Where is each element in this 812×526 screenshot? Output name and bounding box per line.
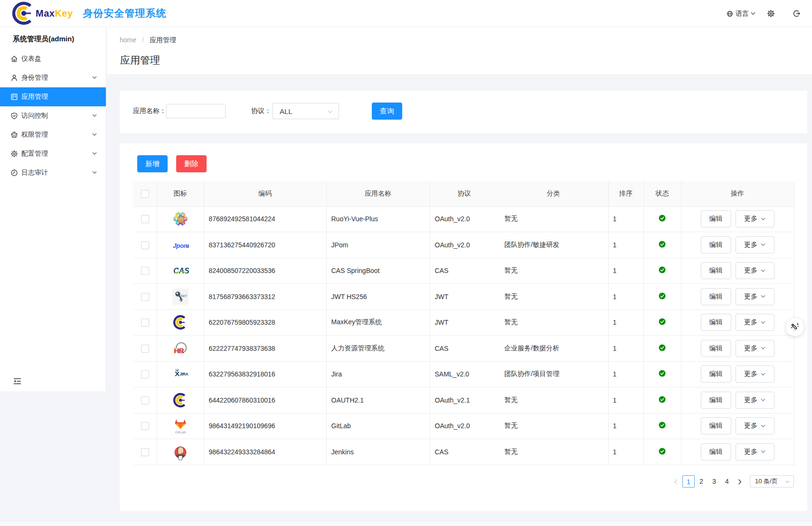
sidebar-item-4[interactable]: 权限管理 xyxy=(0,125,106,144)
app-icon-cell: Jpom xyxy=(157,232,204,258)
edit-button[interactable]: 编辑 xyxy=(701,392,731,409)
svg-text:Jpom: Jpom xyxy=(173,242,189,249)
sidebar-item-5[interactable]: 配置管理 xyxy=(0,144,106,163)
more-button[interactable]: 更多 xyxy=(736,417,774,434)
app-code: 622076759805923328 xyxy=(204,310,326,336)
row-checkbox[interactable] xyxy=(141,396,149,404)
app-protocol: JWT xyxy=(430,310,499,336)
edit-button[interactable]: 编辑 xyxy=(701,314,731,331)
app-category: 团队协作/项目管理 xyxy=(499,361,608,387)
edit-button[interactable]: 编辑 xyxy=(701,288,731,305)
edit-button[interactable]: 编辑 xyxy=(701,366,731,383)
settings-icon[interactable] xyxy=(767,9,775,18)
clock-icon xyxy=(10,169,18,177)
row-checkbox[interactable] xyxy=(141,448,149,456)
gem-icon xyxy=(10,131,18,139)
edit-button[interactable]: 编辑 xyxy=(701,210,731,227)
more-button[interactable]: 更多 xyxy=(736,366,774,383)
maxkey-c-icon xyxy=(172,392,189,409)
app-name: CAS SpringBoot xyxy=(326,258,430,284)
app-code: 622227747938373638 xyxy=(204,336,326,362)
language-menu[interactable]: 语言 xyxy=(727,9,755,18)
row-checkbox[interactable] xyxy=(141,370,149,378)
app-category: 暂无 xyxy=(499,439,608,465)
app-sort: 1 xyxy=(608,258,643,284)
edit-button[interactable]: 编辑 xyxy=(701,236,731,254)
menu-fold-icon[interactable] xyxy=(13,377,21,385)
app-name: OAUTH2.1 xyxy=(326,387,430,413)
app-status xyxy=(643,232,681,258)
app-icon-cell: JWT xyxy=(157,284,204,310)
status-enabled-icon xyxy=(659,241,666,248)
search-button[interactable]: 查询 xyxy=(372,103,402,120)
page-size-select[interactable]: 10 条/页 xyxy=(750,475,794,488)
col-name: 应用名称 xyxy=(326,181,430,206)
app-code: 824008507220033536 xyxy=(204,258,326,284)
table-row: Jpom 837136275440926720JPomOAuth_v2.0团队协… xyxy=(133,232,794,258)
svg-text:HR: HR xyxy=(174,347,184,355)
more-button[interactable]: 更多 xyxy=(736,262,774,279)
table-row: JIRA 632279563832918016JiraSAML_v2.0团队协作… xyxy=(133,361,794,387)
row-checkbox[interactable] xyxy=(141,422,149,430)
edit-button[interactable]: 编辑 xyxy=(701,262,731,279)
more-button[interactable]: 更多 xyxy=(736,288,774,305)
pagination: 1234 10 条/页 xyxy=(670,475,794,488)
app-icon-cell xyxy=(157,387,204,413)
row-checkbox[interactable] xyxy=(141,267,149,275)
shield-icon xyxy=(10,112,18,120)
app-icon-cell xyxy=(157,310,204,336)
more-button[interactable]: 更多 xyxy=(736,443,774,460)
next-page-icon[interactable] xyxy=(734,475,746,488)
app-category: 暂无 xyxy=(499,413,608,439)
row-checkbox[interactable] xyxy=(141,319,149,327)
row-checkbox[interactable] xyxy=(141,241,149,249)
page-head: home / 应用管理 应用管理 xyxy=(107,27,812,75)
logout-icon[interactable] xyxy=(793,10,800,17)
app-name-input[interactable] xyxy=(166,104,226,118)
sidebar-item-label: 权限管理 xyxy=(21,131,48,139)
protocol-select[interactable]: ALL xyxy=(273,103,339,119)
breadcrumb-home[interactable]: home xyxy=(120,36,136,45)
page-4[interactable]: 4 xyxy=(721,475,733,488)
maxkey-logo-icon xyxy=(12,1,36,25)
more-button[interactable]: 更多 xyxy=(736,236,774,254)
more-button[interactable]: 更多 xyxy=(736,340,774,357)
add-button[interactable]: 新增 xyxy=(137,155,168,172)
page-3[interactable]: 3 xyxy=(708,475,720,488)
app-code: 837136275440926720 xyxy=(204,232,326,258)
sidebar-item-3[interactable]: 访问控制 xyxy=(0,106,106,125)
jpom-icon: Jpom xyxy=(172,236,189,254)
table-row: HR 622227747938373638人力资源管理系统CAS企业服务/数据分… xyxy=(133,336,794,362)
row-checkbox[interactable] xyxy=(141,215,149,223)
sidebar-item-label: 应用管理 xyxy=(21,93,48,101)
ruoyi-fist-icon xyxy=(172,210,189,227)
row-checkbox[interactable] xyxy=(141,345,149,353)
page-title: 应用管理 xyxy=(120,54,160,67)
sidebar-item-0[interactable]: 仪表盘 xyxy=(0,49,106,68)
app-protocol: OAuth_v2.1 xyxy=(430,387,499,413)
more-button[interactable]: 更多 xyxy=(736,314,774,331)
brand: MaxKey 身份安全管理系统 xyxy=(12,1,167,25)
theme-wand-button[interactable] xyxy=(786,318,804,336)
sidebar-item-6[interactable]: 日志审计 xyxy=(0,163,106,182)
page-2[interactable]: 2 xyxy=(695,475,708,488)
table-row: JWT 817568793663373312JWT HS256JWT暂无1编辑更… xyxy=(133,284,794,310)
more-button[interactable]: 更多 xyxy=(736,392,774,409)
table-row: 876892492581044224RuoYi-Vue-PlusOAuth_v2… xyxy=(133,206,794,232)
row-checkbox[interactable] xyxy=(141,293,149,301)
delete-button[interactable]: 删除 xyxy=(176,155,207,172)
chevron-down-icon xyxy=(761,217,765,221)
page-1[interactable]: 1 xyxy=(682,475,695,488)
prev-page-icon[interactable] xyxy=(670,475,682,488)
sidebar-item-1[interactable]: 身份管理 xyxy=(0,68,106,87)
edit-button[interactable]: 编辑 xyxy=(701,340,731,357)
sidebar-item-2[interactable]: 应用管理 xyxy=(0,87,106,106)
language-label: 语言 xyxy=(736,9,749,18)
chevron-down-icon xyxy=(92,114,97,117)
status-enabled-icon xyxy=(659,215,666,222)
more-button[interactable]: 更多 xyxy=(736,210,774,227)
edit-button[interactable]: 编辑 xyxy=(701,443,731,460)
select-all-checkbox[interactable] xyxy=(141,190,149,198)
edit-button[interactable]: 编辑 xyxy=(701,417,731,434)
app-protocol: OAuth_v2.0 xyxy=(430,206,499,232)
